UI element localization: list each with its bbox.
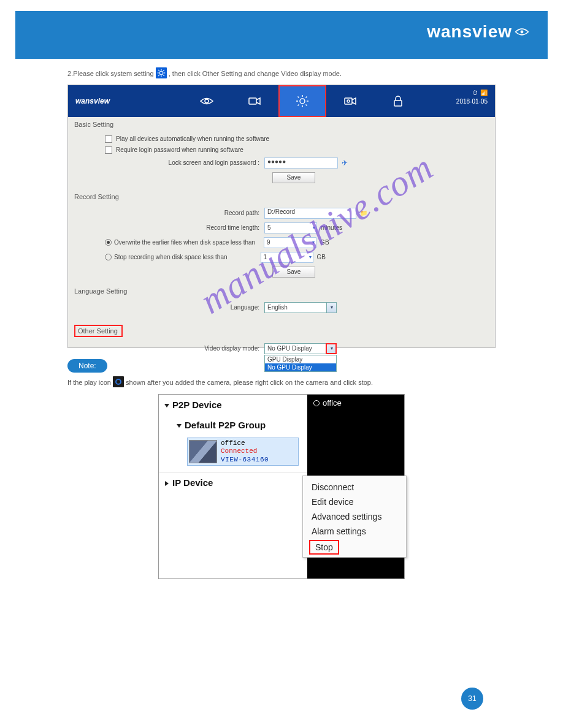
brand-logo: wansview (427, 22, 529, 42)
stop-unit: GB (317, 254, 326, 260)
app-logo-text: wansview (75, 97, 110, 105)
context-menu: Disconnect Edit device Advanced settings… (302, 476, 407, 558)
gear-icon (156, 67, 167, 78)
stop-record-label: Stop recording when disk space less than (114, 254, 232, 260)
folder-icon[interactable]: 📁 (360, 210, 367, 216)
checkbox-autoplay[interactable] (105, 135, 112, 143)
svg-line-9 (158, 75, 159, 76)
video-mode-dropdown[interactable]: GPU Display No GPU Display (264, 355, 337, 372)
password-input[interactable]: ●●●●● (264, 157, 338, 169)
language-label: Language: (105, 304, 264, 311)
record-len-unit: minutes (321, 224, 342, 231)
svg-point-12 (300, 99, 305, 104)
svg-rect-13 (345, 98, 352, 104)
tree-group[interactable]: Default P2P Group (159, 415, 307, 435)
camera-item[interactable]: office Connected VIEW-634160 (187, 438, 299, 466)
settings-screenshot: wansview ⏱ 📶 2018-01-05 Basic Setting Pl… (67, 85, 496, 348)
page-number: 31 (461, 688, 483, 710)
record-save-button[interactable]: Save (272, 267, 315, 278)
video-mode-option-nogpu[interactable]: No GPU Display (265, 363, 336, 371)
ctx-alarm-settings[interactable]: Alarm settings (305, 524, 404, 539)
ctx-advanced-settings[interactable]: Advanced settings (305, 509, 404, 524)
video-mode-label: Video display mode: (105, 345, 264, 352)
preview-pane: office Disconnect Edit device Advanced s… (307, 395, 404, 578)
require-login-label: Require login password when running soft… (116, 146, 243, 153)
instruction-line: 2.Please click system setting , then cli… (67, 67, 496, 80)
camera-thumbnail (189, 440, 217, 463)
language-select[interactable]: English▾ (264, 302, 337, 313)
radio-stop-record[interactable] (105, 254, 112, 260)
ctx-stop[interactable]: Stop (309, 540, 339, 555)
svg-point-0 (521, 31, 524, 34)
svg-rect-11 (249, 98, 256, 104)
camera-id: VIEW-634160 (221, 456, 269, 464)
device-tree: P2P Device Default P2P Group office Conn… (159, 395, 307, 578)
camera-name: office (221, 439, 269, 447)
nav-playback-icon[interactable] (326, 85, 374, 117)
brand-text: wansview (427, 22, 512, 42)
radio-overwrite[interactable] (105, 239, 112, 246)
overwrite-unit: GB (320, 239, 329, 246)
basic-save-button[interactable]: Save (272, 172, 315, 183)
brand-banner: wansview (15, 11, 548, 59)
ctx-edit-device[interactable]: Edit device (305, 495, 404, 509)
video-mode-option-gpu[interactable]: GPU Display (265, 355, 336, 363)
basic-setting-title: Basic Setting (68, 117, 495, 132)
tree-ip[interactable]: IP Device (159, 472, 307, 493)
tree-p2p[interactable]: P2P Device (159, 395, 307, 415)
context-menu-screenshot: P2P Device Default P2P Group office Conn… (158, 394, 405, 579)
overwrite-size-input[interactable]: 9▾ (264, 237, 316, 248)
svg-rect-15 (394, 100, 402, 106)
nav-settings-icon[interactable] (278, 85, 326, 117)
autoplay-label: Play all devices automatically when runn… (116, 135, 269, 142)
camera-status: Connected (221, 447, 269, 455)
svg-point-10 (205, 99, 209, 103)
svg-line-8 (163, 70, 164, 71)
nav-live-icon[interactable] (183, 85, 231, 117)
language-setting-title: Language Setting (68, 284, 495, 298)
record-path-input[interactable]: D:/Record (264, 208, 356, 219)
status-icons: ⏱ 📶 (456, 89, 488, 97)
other-setting-title: Other Setting (74, 325, 123, 337)
svg-line-6 (158, 70, 159, 71)
app-topbar: wansview ⏱ 📶 2018-01-05 (68, 85, 495, 117)
nav-record-icon[interactable] (231, 85, 278, 117)
svg-point-1 (159, 71, 163, 75)
record-len-label: Record time length: (105, 224, 264, 231)
eye-icon (515, 27, 529, 37)
record-path-label: Record path: (105, 210, 264, 216)
ctx-disconnect[interactable]: Disconnect (305, 480, 404, 495)
visibility-toggle-icon[interactable]: ✈ (342, 159, 348, 167)
svg-point-14 (347, 100, 350, 102)
record-setting-title: Record Setting (68, 189, 495, 204)
checkbox-require-login[interactable] (105, 146, 112, 154)
record-len-input[interactable]: 5▾ (264, 222, 317, 233)
note-text: If the play icon shown after you added t… (67, 376, 496, 389)
video-mode-select[interactable]: No GPU Display▾ GPU Display No GPU Displ… (264, 343, 337, 354)
overwrite-label: Overwrite the earlier files when disk sp… (114, 239, 260, 246)
play-icon (113, 376, 124, 387)
date-text: 2018-01-05 (456, 97, 488, 106)
password-label: Lock screen and login password : (105, 159, 264, 166)
svg-line-7 (163, 75, 164, 76)
stop-size-input[interactable]: 1▾ (261, 252, 313, 263)
clock-area: ⏱ 📶 2018-01-05 (456, 89, 488, 106)
nav-lock-icon[interactable] (374, 85, 422, 117)
preview-label: office (313, 398, 342, 408)
